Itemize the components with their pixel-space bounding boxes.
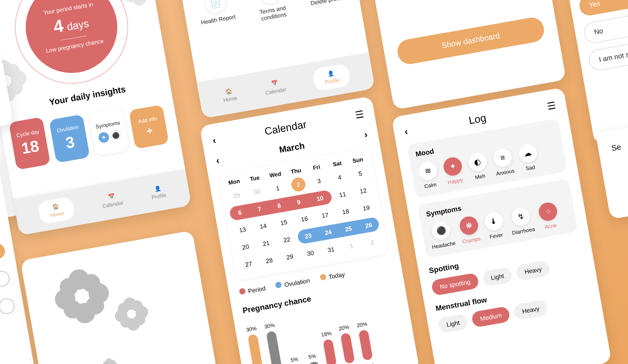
calendar-day[interactable]: 27 xyxy=(241,256,257,272)
flow-option[interactable]: Heavy xyxy=(513,299,549,321)
calendar-widget: MonTueWedThuFriSatSun2930123456789101112… xyxy=(218,148,389,280)
nav-profile[interactable]: 👤 Profile xyxy=(312,63,351,92)
calendar-day[interactable]: 31 xyxy=(323,242,339,258)
mood-chip[interactable]: ≡Anxious xyxy=(492,147,515,177)
symptoms-card[interactable]: Symptoms ✦ ⚫ xyxy=(89,107,130,156)
mood-icon: ✦ xyxy=(442,156,464,177)
calendar-day[interactable]: 1 xyxy=(270,180,286,196)
symptom-icon: ⁘ xyxy=(538,201,559,222)
bar-value-label: 30% xyxy=(246,325,257,333)
mood-chip[interactable]: ✦Happy xyxy=(442,156,465,186)
spotting-option[interactable]: No spotting xyxy=(431,272,479,296)
mood-icon: ≋ xyxy=(417,160,439,182)
profile-icon: 👤 xyxy=(327,70,334,77)
period-dot-icon xyxy=(239,288,246,295)
calendar-day[interactable]: 16 xyxy=(296,211,312,227)
show-dashboard-button[interactable]: Show dashboard xyxy=(396,16,546,66)
home-icon: 🏠 xyxy=(225,88,232,95)
nav-calendar[interactable]: 📅 Calendar xyxy=(263,78,287,96)
symptom-chip[interactable]: 🌡Fever xyxy=(483,211,506,240)
flow-option[interactable]: Light xyxy=(437,313,469,334)
menu-icon[interactable]: ☰ xyxy=(354,109,365,121)
calendar-day[interactable]: 14 xyxy=(255,218,271,234)
spotting-option[interactable]: Heavy xyxy=(515,260,551,281)
mood-chip[interactable]: ☁Sad xyxy=(517,143,540,172)
ovulation-dot-icon xyxy=(275,282,282,289)
menu-delete-profile[interactable]: ✕ Delete profile xyxy=(300,0,352,14)
nav-home[interactable]: 🏠 Home xyxy=(222,87,238,103)
options-screen: Yes No I am not sure xyxy=(568,0,628,145)
calendar-day[interactable]: 3 xyxy=(311,173,327,189)
calendar-day[interactable]: 28 xyxy=(261,252,277,269)
mood-label: Anxious xyxy=(495,168,515,177)
spotting-option[interactable]: Light xyxy=(482,266,513,287)
check-off-icon xyxy=(0,270,11,288)
calendar-day[interactable]: 30 xyxy=(249,184,265,200)
mood-chip[interactable]: ◐Meh xyxy=(467,151,490,181)
calendar-day[interactable]: 2 xyxy=(364,234,380,250)
cycle-circle[interactable]: Your period starts in 4days Low pregnanc… xyxy=(6,0,137,93)
calendar-day[interactable]: 22 xyxy=(279,231,295,248)
pill-icon: ⚫ xyxy=(110,129,122,141)
calendar-day[interactable]: 1 xyxy=(344,238,360,254)
calendar-day[interactable]: 17 xyxy=(317,207,333,223)
calendar-day[interactable]: 29 xyxy=(229,187,245,204)
calendar-day[interactable]: 19 xyxy=(358,200,374,216)
check-on-icon: ✓ xyxy=(0,242,6,261)
check-off-icon xyxy=(0,297,16,316)
checklist-row[interactable] xyxy=(0,289,25,347)
symptom-chip[interactable]: ⚫Headache xyxy=(428,219,456,250)
calendar-day[interactable]: 2 xyxy=(290,177,307,193)
mood-chip[interactable]: ≋Calm xyxy=(417,160,440,190)
nav-calendar[interactable]: 📅 Calendar xyxy=(101,192,124,209)
add-info-label: Add info xyxy=(138,115,158,124)
chart-bar: 30%Mon xyxy=(246,325,267,364)
calendar-day[interactable]: 21 xyxy=(258,235,274,252)
menu-terms[interactable]: ≡ Terms and conditions xyxy=(245,0,297,24)
nav-home[interactable]: 🏠 Home xyxy=(37,196,75,225)
calendar-day[interactable]: 4 xyxy=(331,169,348,185)
bar-category-label: Sun xyxy=(364,362,375,364)
log-screen: ‹ Log ☰ Mood ≋Calm✦Happy◐Meh≡Anxious☁Sad… xyxy=(391,87,611,364)
bar-rect xyxy=(266,331,283,364)
flow-option[interactable]: Medium xyxy=(471,306,511,328)
nav-calendar-label: Calendar xyxy=(102,200,124,209)
day-header: Sun xyxy=(348,155,368,165)
calendar-day[interactable]: 15 xyxy=(276,214,292,231)
chart-bar: 5%Wed xyxy=(288,356,304,364)
bar-value-label: 5% xyxy=(308,353,317,360)
home-screen: 2 Your period starts in 4days Low pregna… xyxy=(0,0,191,235)
today-dot-icon xyxy=(319,274,326,281)
nav-profile-label: Profile xyxy=(151,192,167,201)
nav-profile[interactable]: 👤 Profile xyxy=(150,184,167,201)
ovulation-label: Ovulation xyxy=(56,124,79,134)
symptom-chip[interactable]: ❋Cramps xyxy=(458,215,481,245)
symptoms-label: Symptoms xyxy=(95,119,120,130)
calendar-day[interactable]: 5 xyxy=(352,166,368,182)
chart-bar: 18%Fri xyxy=(321,330,339,364)
calendar-day[interactable]: 11 xyxy=(334,186,351,202)
calendar-day[interactable]: 30 xyxy=(302,245,318,261)
symptom-chip[interactable]: ↯Diarrhoea xyxy=(508,205,536,236)
period-days-word: days xyxy=(66,17,90,33)
day-header: Fri xyxy=(307,163,327,172)
calendar-day[interactable]: 29 xyxy=(282,249,298,265)
cycle-day-card[interactable]: Cycle day 18 xyxy=(9,117,51,170)
calendar-day[interactable]: 13 xyxy=(235,222,251,238)
divider xyxy=(61,36,86,41)
ovulation-value: 3 xyxy=(64,133,76,152)
add-info-card[interactable]: Add info + xyxy=(129,105,169,149)
symptom-chip[interactable]: ⁘Acne xyxy=(538,201,560,231)
menu-health-report[interactable]: 📄 Health Report xyxy=(191,0,243,33)
calendar-screen: ‹ Calendar ☰ ‹ March › MonTueWedThuFriSa… xyxy=(199,96,420,364)
mood-icon: ☁ xyxy=(517,143,539,164)
option-yes[interactable]: Yes xyxy=(578,0,628,17)
ovulation-card[interactable]: Ovulation 3 xyxy=(49,114,90,163)
flower-decoration-icon xyxy=(109,279,155,351)
calendar-day[interactable]: 12 xyxy=(355,183,371,199)
calendar-day[interactable]: 20 xyxy=(238,239,254,255)
menu-icon[interactable]: ☰ xyxy=(546,100,556,112)
flower-background-screen xyxy=(20,230,224,364)
symptom-icon: ↯ xyxy=(510,206,532,227)
calendar-day[interactable]: 18 xyxy=(338,204,354,220)
